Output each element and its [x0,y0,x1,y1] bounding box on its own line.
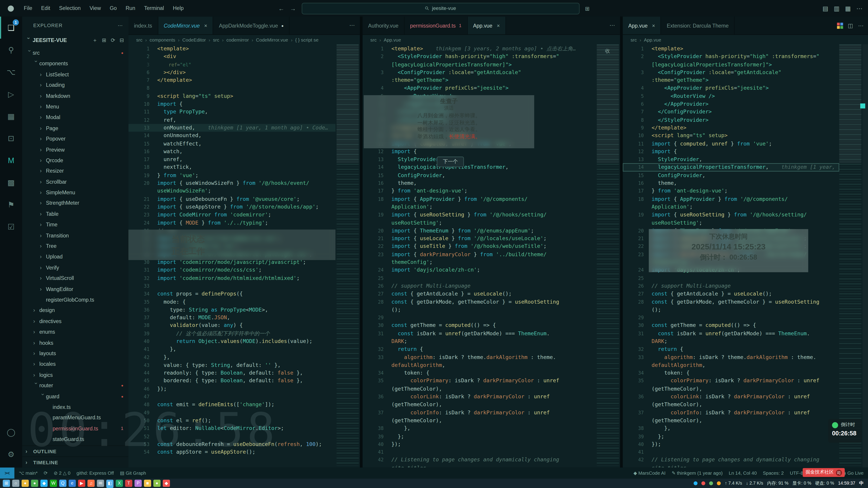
colorful-extension-icon[interactable] [837,22,843,29]
taskbar-app-14[interactable]: P [134,480,142,487]
status-cursor-position[interactable]: Ln 14, Col 40 [729,470,757,476]
menu-go[interactable]: Go [105,0,121,17]
file-registerGlobComp.ts[interactable]: registerGlobComp.ts [22,294,128,305]
tray-icon[interactable] [709,482,713,485]
tab-App.vue[interactable]: App.vue× [623,17,661,34]
taskbar-app-0[interactable]: ⊞ [3,480,10,487]
taskbar-app-4[interactable]: ◆ [40,480,48,487]
status-gitlens-blame[interactable]: ✎ thinkgem (1 year ago) [672,470,723,476]
folder-layouts[interactable]: ›layouts [22,348,128,359]
folder-components[interactable]: ›components [22,58,128,69]
tab-overflow-button[interactable]: ⋯ [604,17,620,34]
status-encoding[interactable]: UTF-8 [790,470,803,476]
menu-help[interactable]: Help [168,0,188,17]
breadcrumb-item[interactable]: src [213,37,219,42]
tab-CodeMirror.vue[interactable]: CodeMirror.vue× [158,17,213,34]
taskbar-app-17[interactable]: ◆ [163,480,170,487]
layout-icon-3[interactable]: ⋯ [857,5,863,12]
folder-ListSelect[interactable]: ›ListSelect [22,69,128,80]
tab-App.vue[interactable]: App.vue× [467,17,506,34]
editor-action-icon-0[interactable]: ◫ [848,22,853,29]
menu-edit[interactable]: Edit [37,0,55,17]
taskbar-app-2[interactable]: ● [22,480,29,487]
file-index.ts[interactable]: index.ts [22,402,128,412]
todo-tree-icon[interactable]: ☑ [0,216,22,238]
layout-icon-2[interactable]: ▦ [845,5,851,12]
breadcrumb-item[interactable]: CodeEditor [182,37,206,42]
status-problems[interactable]: ⊘ 2 △ 0 [54,470,70,476]
tab-index.ts[interactable]: index.ts [128,17,158,34]
editor-action-icon-1[interactable]: ⋯ [858,22,864,29]
marscode-ai-icon[interactable]: M [0,149,22,171]
file-stateGuard.ts[interactable]: stateGuard.ts [22,434,128,445]
source-control-icon[interactable]: ⌥ [0,61,22,83]
minimap[interactable] [839,44,862,467]
layout-icon-0[interactable]: ▤ [823,5,828,12]
folder-Modal[interactable]: ›Modal [22,112,128,123]
folder-Menu[interactable]: ›Menu [22,101,128,112]
file-paramMenuGuard.ts[interactable]: paramMenuGuard.ts [22,412,128,423]
project-root[interactable]: › JEESITE-VUE ＋⊞⟳⊟ [22,34,128,46]
breadcrumb-item[interactable]: { } script se [295,37,318,42]
taskbar-app-12[interactable]: X [116,480,123,487]
taskbar-app-1[interactable]: ○ [12,480,20,487]
explorer-icon[interactable]: ❏1 [0,17,22,39]
folder-directives[interactable]: ›directives [22,316,128,326]
folder-Popover[interactable]: ›Popover [22,133,128,144]
tab-Extension: Darcula Theme[interactable]: Extension: Darcula Theme [661,17,735,34]
taskbar-app-3[interactable]: ● [31,480,38,487]
file-permissionGuard.ts[interactable]: permissionGuard.ts1 [22,423,128,434]
folder-Scrollbar[interactable]: ›Scrollbar [22,176,128,187]
folder-Loading[interactable]: ›Loading [22,80,128,90]
breadcrumb-item[interactable]: codemirror [226,37,249,42]
folder-src[interactable]: ›src● [22,48,128,58]
minimap[interactable] [597,44,619,467]
refresh-icon[interactable]: ⟳ [111,34,115,46]
new-file-icon[interactable]: ＋ [92,34,97,46]
apple-menu-icon[interactable] [8,5,14,11]
tray-icon[interactable] [702,482,706,485]
taskbar-app-11[interactable]: ◧ [106,480,114,487]
tab-Authority.vue[interactable]: Authority.vue [363,17,405,34]
close-icon[interactable]: × [204,22,207,29]
editor-group-2[interactable]: Authority.vuepermissionGuard.ts1App.vue×… [363,17,620,467]
folder-Markdown[interactable]: ›Markdown [22,91,128,101]
folder-Table[interactable]: ›Table [22,208,128,219]
folder-WangEditor[interactable]: ›WangEditor [22,284,128,294]
folder-Verify[interactable]: ›Verify [22,262,128,273]
countdown-widget[interactable]: 倒计时 00:26:58 [828,419,862,443]
breadcrumb-item[interactable]: src [630,37,637,42]
tray-clock[interactable]: 14:59:37 [838,481,855,486]
folder-Upload[interactable]: ›Upload [22,252,128,262]
status-go-live[interactable]: ◉ Go Live [842,470,864,476]
new-folder-icon[interactable]: ⊞ [102,34,106,46]
folder-Transition[interactable]: ›Transition [22,230,128,240]
taskbar-app-16[interactable]: ● [153,480,160,487]
qrcode-tool-icon[interactable]: ▩ [0,171,22,194]
command-center-extra-icon[interactable]: ⊞ [585,5,590,11]
folder-StrengthMeter[interactable]: ›StrengthMeter [22,198,128,208]
folder-enums[interactable]: ›enums [22,326,128,337]
menu-file[interactable]: File [20,0,37,17]
nav-back-icon[interactable]: ← [278,5,284,11]
folder-Tree[interactable]: ›Tree [22,240,128,251]
folder-SimpleMenu[interactable]: ›SimpleMenu [22,187,128,198]
folder-logics[interactable]: ›logics [22,369,128,380]
collapse-all-icon[interactable]: ⊟ [120,34,124,46]
nav-forward-icon[interactable]: → [290,5,296,11]
breadcrumb-item[interactable]: src [370,37,377,42]
menu-run[interactable]: Run [121,0,140,17]
taskbar-app-6[interactable]: Q [59,480,66,487]
taskbar-app-13[interactable]: T [125,480,132,487]
tab-AppDarkModeToggle.vue[interactable]: AppDarkModeToggle.vue● [213,17,290,34]
menu-terminal[interactable]: Terminal [140,0,168,17]
folder-Page[interactable]: ›Page [22,123,128,133]
remote-indicator[interactable]: >< [0,467,14,479]
status-sync[interactable]: ⟳ [43,470,48,476]
folder-VirtualScroll[interactable]: ›VirtualScroll [22,273,128,284]
folder-Time[interactable]: ›Time [22,219,128,230]
ime-indicator[interactable]: 中 [859,480,864,486]
layout-icon-1[interactable]: ▥ [834,5,839,12]
folder-Resizer[interactable]: ›Resizer [22,166,128,176]
folder-hooks[interactable]: ›hooks [22,337,128,348]
